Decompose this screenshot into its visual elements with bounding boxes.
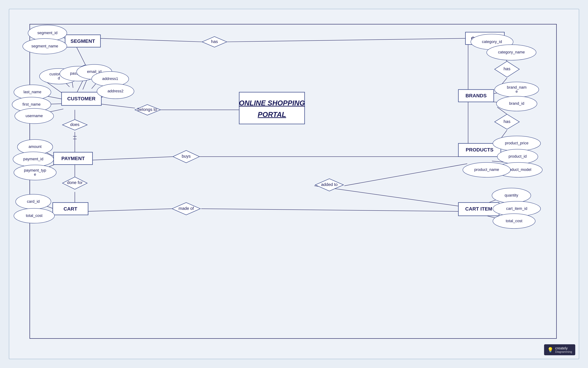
watermark-name: creately xyxy=(555,346,572,350)
customer-id-text2: d xyxy=(58,76,60,80)
customer-label: CUSTOMER xyxy=(67,96,95,101)
cart-item-total-cost-text: total_cost xyxy=(506,219,522,223)
added-to-label: added to xyxy=(321,182,338,187)
done-for-label: done for xyxy=(67,180,83,185)
main-title-box xyxy=(239,92,305,124)
payment-type-text1: payment_typ xyxy=(24,168,46,173)
payment-label: PAYMENT xyxy=(61,156,85,161)
svg-line-18 xyxy=(314,186,458,206)
brand-name-text2: e xyxy=(516,89,518,94)
watermark-subtitle: Diagramming xyxy=(555,350,572,353)
diagram-canvas: SEGMENT CATEGORY CUSTOMER PAYMENT CART C… xyxy=(9,9,579,359)
belongs-to-mid-label: belongs to xyxy=(137,107,157,112)
last-name-text: last_name xyxy=(23,90,41,94)
payment-type-text2: e xyxy=(34,172,36,176)
product-name-text: product_name xyxy=(474,167,499,172)
category-id-text: category_id xyxy=(482,39,502,44)
payment-id-text: payment_id xyxy=(23,157,43,161)
made-of-label: made of xyxy=(179,206,194,211)
cart-total-cost-text: total_cost xyxy=(26,213,43,218)
category-name-text: category_name xyxy=(498,50,525,54)
svg-line-2 xyxy=(227,38,465,42)
segment-name-text: segment_name xyxy=(31,44,58,48)
username-text: username xyxy=(26,114,43,118)
svg-line-5 xyxy=(98,104,135,108)
amount-text: amount xyxy=(28,144,41,149)
brand-name-text1: brand_nam xyxy=(507,85,527,90)
svg-line-17 xyxy=(344,164,467,186)
watermark-icon: 💡 xyxy=(547,347,553,353)
main-title-line2: PORTAL xyxy=(258,110,286,118)
product-price-text: product_price xyxy=(505,141,529,145)
svg-line-19 xyxy=(87,209,172,212)
product-id-text: product_id xyxy=(509,154,527,158)
has-top-label: has xyxy=(211,39,218,44)
quantity-text: quantity xyxy=(505,193,518,197)
svg-line-3 xyxy=(76,47,85,65)
main-title-line1: ONLINE SHOPPING xyxy=(239,99,305,107)
svg-line-1 xyxy=(100,38,202,42)
buys-label: buys xyxy=(182,154,191,158)
svg-line-20 xyxy=(201,209,458,212)
cart-item-id-text: cart_item_id xyxy=(506,206,527,211)
has-brand-label: has xyxy=(503,66,511,71)
brands-label: BRANDS xyxy=(465,93,487,98)
does-label: does xyxy=(70,122,79,127)
cart-label: CART xyxy=(64,206,77,212)
first-name-text: first_name xyxy=(22,102,41,107)
brand-id-text: brand_id xyxy=(509,101,524,106)
card-id-text: card_id xyxy=(27,199,40,204)
svg-line-15 xyxy=(91,156,174,160)
address1-text: address1 xyxy=(102,76,118,81)
address2-text: address2 xyxy=(107,89,123,93)
creately-watermark: 💡 creately Diagramming xyxy=(544,344,575,355)
has-product-label: has xyxy=(503,119,511,124)
segment-label: SEGMENT xyxy=(70,38,95,44)
products-label: PRODUCTS xyxy=(466,147,493,153)
cart-item-label: CART ITEM xyxy=(465,206,492,212)
segment-id-text: segment_id xyxy=(37,31,57,35)
